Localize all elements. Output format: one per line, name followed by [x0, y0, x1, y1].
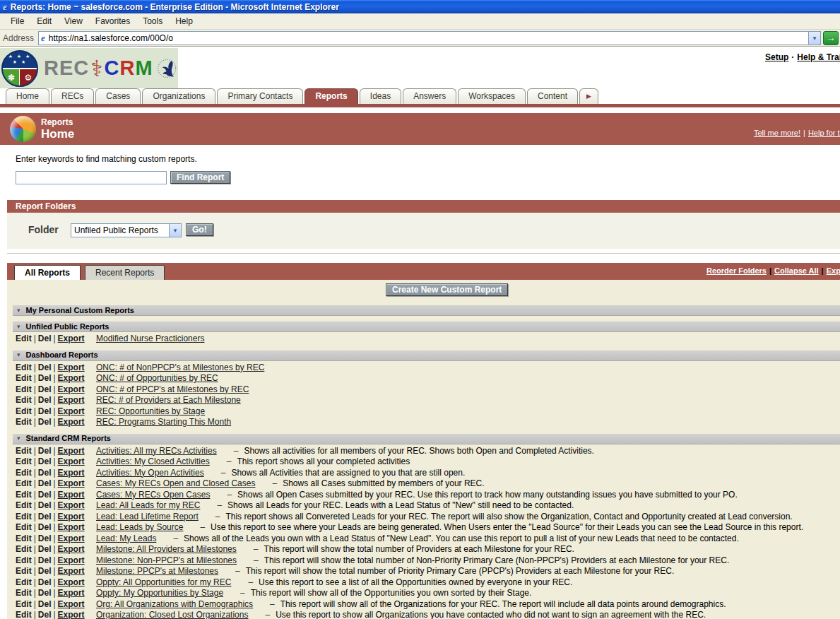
edit-link[interactable]: Edit [16, 362, 32, 372]
export-link[interactable]: Export [58, 610, 85, 619]
edit-link[interactable]: Edit [16, 468, 32, 478]
del-link[interactable]: Del [38, 417, 52, 427]
edit-link[interactable]: Edit [16, 490, 32, 500]
edit-link[interactable]: Edit [16, 555, 32, 565]
export-link[interactable]: Export [58, 362, 85, 372]
del-link[interactable]: Del [38, 395, 52, 405]
export-link[interactable]: Export [58, 599, 85, 609]
del-link[interactable]: Del [38, 555, 52, 565]
del-link[interactable]: Del [38, 406, 52, 416]
search-input[interactable] [16, 171, 167, 184]
export-link[interactable]: Export [58, 522, 85, 532]
tab-organizations[interactable]: Organizations [142, 88, 215, 104]
report-link[interactable]: Oppty: All Opportunities for my REC [96, 577, 231, 587]
del-link[interactable]: Del [38, 599, 52, 609]
export-link[interactable]: Export [58, 500, 85, 510]
collapse-all-link[interactable]: Collapse All [774, 266, 819, 275]
report-link[interactable]: Oppty: My Opportunities by Stage [96, 588, 223, 598]
del-link[interactable]: Del [38, 334, 52, 343]
export-link[interactable]: Export [58, 446, 85, 456]
tab-reports[interactable]: Reports [304, 88, 357, 104]
tab-home[interactable]: Home [6, 88, 49, 104]
edit-link[interactable]: Edit [16, 566, 32, 576]
edit-link[interactable]: Edit [16, 588, 32, 598]
report-link[interactable]: REC: Opportunities by Stage [96, 406, 205, 416]
edit-link[interactable]: Edit [16, 533, 32, 543]
report-link[interactable]: Lead: All Leads for my REC [96, 500, 200, 510]
report-link[interactable]: Cases: My RECs Open and Closed Cases [96, 478, 255, 488]
address-input[interactable]: e https://na1.salesforce.com/00O/o ▾ [38, 31, 821, 45]
tab-all-reports[interactable]: All Reports [14, 265, 81, 280]
edit-link[interactable]: Edit [16, 384, 32, 394]
edit-link[interactable]: Edit [16, 500, 32, 510]
collapse-arrow-icon[interactable]: ▾ [17, 322, 20, 332]
export-link[interactable]: Export [58, 555, 85, 565]
section-header[interactable]: ▾Dashboard Reports [13, 350, 840, 361]
export-link[interactable]: Export [58, 456, 85, 466]
menu-help[interactable]: Help [169, 16, 199, 26]
export-link[interactable]: Export [58, 395, 85, 405]
del-link[interactable]: Del [38, 533, 52, 543]
export-link[interactable]: Export [58, 544, 85, 554]
del-link[interactable]: Del [38, 577, 52, 587]
section-header[interactable]: ▾My Personal Custom Reports [13, 305, 840, 316]
del-link[interactable]: Del [38, 544, 52, 554]
tab-recs[interactable]: RECs [51, 88, 94, 104]
report-link[interactable]: Lead: Leads by Source [96, 522, 183, 532]
export-link[interactable]: Export [58, 373, 85, 383]
export-link[interactable]: Export [58, 533, 85, 543]
del-link[interactable]: Del [38, 610, 52, 619]
report-link[interactable]: Activities: All my RECs Activities [96, 446, 217, 456]
menu-favorites[interactable]: Favorites [89, 16, 136, 26]
collapse-arrow-icon[interactable]: ▾ [17, 433, 20, 444]
create-new-custom-report-button[interactable]: Create New Custom Report [386, 283, 508, 296]
edit-link[interactable]: Edit [16, 544, 32, 554]
edit-link[interactable]: Edit [16, 373, 32, 383]
edit-link[interactable]: Edit [16, 395, 32, 405]
report-link[interactable]: Milestone: All Providers at Milestones [96, 544, 237, 554]
report-link[interactable]: Lead: My Leads [96, 533, 156, 543]
address-url[interactable]: https://na1.salesforce.com/00O/o [49, 33, 808, 43]
del-link[interactable]: Del [38, 588, 52, 598]
export-link[interactable]: Export [58, 478, 85, 488]
del-link[interactable]: Del [38, 512, 52, 521]
tab-primary-contacts[interactable]: Primary Contacts [217, 88, 303, 104]
tab-cases[interactable]: Cases [95, 88, 141, 104]
export-link[interactable]: Export [58, 588, 85, 598]
del-link[interactable]: Del [38, 446, 52, 456]
tell-me-more-link[interactable]: Tell me more! [754, 129, 800, 137]
export-link[interactable]: Export [58, 384, 85, 394]
address-go-button[interactable]: → [823, 31, 839, 45]
report-link[interactable]: Milestone: Non-PPCP's at Milestones [96, 555, 237, 565]
edit-link[interactable]: Edit [16, 417, 32, 427]
report-link[interactable]: Activities: My Open Activities [96, 468, 204, 478]
edit-link[interactable]: Edit [16, 446, 32, 456]
export-link[interactable]: Export [58, 334, 85, 343]
del-link[interactable]: Del [38, 566, 52, 576]
export-link[interactable]: Export [58, 566, 85, 576]
edit-link[interactable]: Edit [16, 522, 32, 532]
expand-all-link[interactable]: Expand All [827, 266, 840, 275]
tab-recent-reports[interactable]: Recent Reports [85, 265, 165, 280]
export-link[interactable]: Export [58, 577, 85, 587]
edit-link[interactable]: Edit [16, 599, 32, 609]
export-link[interactable]: Export [58, 468, 85, 478]
del-link[interactable]: Del [38, 522, 52, 532]
report-link[interactable]: ONC: # of NonPPCP's at Milestones by REC [96, 362, 264, 372]
report-link[interactable]: REC: Programs Starting This Month [96, 417, 231, 427]
edit-link[interactable]: Edit [16, 456, 32, 466]
reorder-folders-link[interactable]: Reorder Folders [706, 266, 767, 275]
edit-link[interactable]: Edit [16, 406, 32, 416]
menu-view[interactable]: View [58, 16, 89, 26]
more-tabs-button[interactable]: ▶ [579, 88, 598, 104]
help-for-this-page-link[interactable]: Help for this Page [808, 129, 840, 137]
tab-answers[interactable]: Answers [403, 88, 456, 104]
folder-select[interactable]: Unfiled Public Reports ▾ [71, 223, 182, 237]
menu-edit[interactable]: Edit [30, 16, 58, 26]
report-link[interactable]: ONC: # of Opportunities by REC [96, 373, 218, 383]
export-link[interactable]: Export [58, 406, 85, 416]
export-link[interactable]: Export [58, 490, 85, 500]
report-link[interactable]: Milestone: PPCP's at Milestones [96, 566, 218, 576]
collapse-arrow-icon[interactable]: ▾ [17, 305, 20, 316]
section-header[interactable]: ▾Unfiled Public Reports [13, 322, 840, 332]
